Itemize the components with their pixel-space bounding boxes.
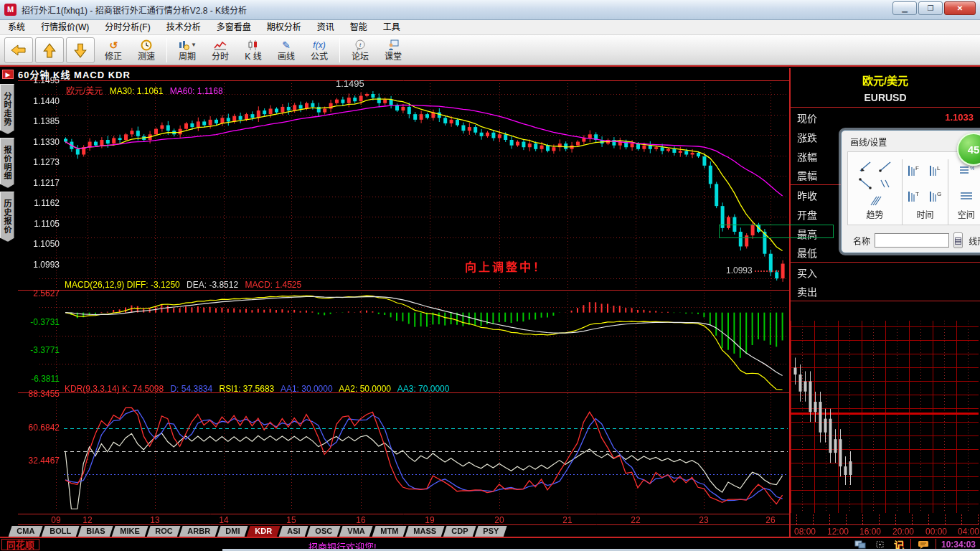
period-icon: ▼	[178, 39, 197, 52]
dialog-toolbox: 趋势 FLTG 时间 % 空间	[847, 151, 980, 225]
speed-test-button[interactable]: 测速	[131, 37, 162, 64]
svg-text:G: G	[937, 191, 941, 197]
drawn-rectangle-annotation[interactable]	[719, 225, 834, 238]
shape-name-input[interactable]	[875, 233, 949, 248]
sidebar-tab-quote-detail[interactable]: 报价明细	[0, 138, 14, 188]
indicator-tab[interactable]: ASI	[278, 526, 308, 537]
menu-options-analysis[interactable]: 期权分析	[259, 20, 309, 35]
indicator-tab[interactable]: MIKE	[112, 526, 149, 537]
connection-icon[interactable]	[854, 540, 866, 550]
horizontal-lines-icon[interactable]	[958, 190, 974, 203]
draw-line-button[interactable]: ✎ 画线	[270, 37, 302, 64]
back-button[interactable]	[4, 37, 33, 63]
indicator-tab[interactable]: BIAS	[77, 526, 113, 537]
time-tool-f-icon[interactable]: F	[906, 164, 922, 177]
pair-symbol: EURUSD	[791, 88, 980, 108]
indicator-tab[interactable]: PSY	[474, 526, 507, 537]
ray-icon[interactable]	[858, 177, 872, 190]
parallel-lines-icon[interactable]	[878, 177, 892, 190]
restore-button[interactable]: ❐	[918, 1, 943, 15]
up-button[interactable]	[35, 37, 64, 63]
menu-tools[interactable]: 工具	[375, 20, 408, 35]
svg-text:T: T	[915, 191, 919, 197]
legend-kdr-aa3: AA3: 70.0000	[397, 384, 450, 394]
ths-logo[interactable]: 同花顺	[1, 539, 39, 550]
indicator-tab[interactable]: MASS	[405, 526, 444, 537]
intraday-button[interactable]: 分时	[204, 37, 236, 64]
indicator-tab[interactable]: CMA	[8, 526, 42, 537]
indicator-tab[interactable]: OSC	[307, 526, 341, 537]
indicator-tab[interactable]: ARBR	[179, 526, 219, 537]
classroom-button[interactable]: 课堂	[377, 37, 409, 64]
legend-kdr-k: KDR(9,3,3,14) K: 74.5098	[65, 384, 164, 394]
message-bubble-icon[interactable]	[918, 540, 929, 550]
trend-note-annotation: 向上调整中！	[465, 258, 547, 275]
alert-icon[interactable]	[875, 540, 885, 550]
quote-label: 开盘	[797, 207, 817, 222]
refresh-icon: ↺	[109, 39, 118, 52]
trendline-icon[interactable]	[858, 160, 872, 173]
hour-axis-label: 00:00	[920, 527, 952, 537]
quote-label: 现价	[797, 110, 817, 125]
main-chart-canvas[interactable]	[18, 80, 789, 525]
time-tool-g-icon[interactable]: G	[928, 190, 943, 203]
menu-intraday-analysis[interactable]: 分时分析(F)	[97, 20, 158, 35]
percent-lines-icon[interactable]: %	[958, 164, 974, 177]
quote-row[interactable]: 现价1.1033	[791, 108, 980, 127]
time-group-label: 时间	[916, 208, 933, 225]
window-title: 招行外汇1(fxhq1) - 招商银行外汇通行情分析V2.8 - K线分析	[22, 4, 247, 16]
classroom-icon	[387, 39, 399, 52]
menu-smart[interactable]: 智能	[342, 20, 375, 35]
period-button[interactable]: ▼ 周期	[171, 37, 203, 64]
quote-row[interactable]: 卖出	[791, 282, 980, 301]
app-icon: M	[4, 4, 17, 16]
kline-button[interactable]: K 线	[237, 37, 269, 64]
quote-label: 震幅	[797, 168, 817, 182]
kdr-legend: KDR(9,3,3,14) K: 74.5098 D: 54.3834 RSI1…	[65, 384, 453, 394]
menu-system[interactable]: 系统	[0, 20, 33, 35]
trend-group-label: 趋势	[867, 208, 884, 225]
legend-macd-value: MACD: 1.4525	[245, 280, 301, 290]
indicator-tab[interactable]: DMI	[217, 526, 248, 537]
time-tool-l-icon[interactable]: L	[928, 164, 943, 177]
arrow-left-icon	[10, 43, 27, 57]
sidebar-tab-history-quotes[interactable]: 历史报价	[0, 192, 14, 242]
chart-header-arrow-icon: ▶	[2, 70, 14, 79]
formula-button[interactable]: f(x) 公式	[303, 37, 335, 64]
clipboard-button[interactable]: ▤	[953, 232, 963, 248]
peak-price-annotation: 1.1495	[336, 78, 364, 89]
quote-label: 涨跌	[797, 130, 817, 144]
quote-label: 买入	[797, 265, 817, 280]
quote-label: 卖出	[797, 284, 817, 298]
legend-kdr-d: D: 54.3834	[170, 384, 212, 394]
indicator-tab[interactable]: CDP	[443, 526, 476, 537]
quote-value: 1.1033	[945, 112, 974, 123]
forum-button[interactable]: t 论坛	[344, 37, 376, 64]
left-tab-column: 分时走势 报价明细 历史报价	[0, 84, 16, 245]
space-tools-group: % 空间	[948, 159, 980, 225]
indicator-tab[interactable]: VMA	[339, 526, 374, 537]
quote-row[interactable]: 买入	[791, 263, 980, 282]
indicator-tab[interactable]: BOLL	[41, 526, 79, 537]
indicator-tab[interactable]: ROC	[146, 526, 181, 537]
main-region: ▶ 60分钟 K线 MACD KDR 分时走势 报价明细 历史报价 1.1495…	[0, 65, 980, 537]
down-button[interactable]	[66, 37, 95, 63]
correct-button[interactable]: ↺ 修正	[98, 37, 129, 64]
indicator-tab[interactable]: MTM	[372, 526, 406, 537]
menu-multi-window[interactable]: 多窗看盘	[209, 20, 259, 35]
menu-news[interactable]: 资讯	[309, 20, 342, 35]
legend-macd-dea: DEA: -3.8512	[187, 280, 238, 290]
segment-icon[interactable]	[878, 160, 892, 173]
svg-text:F: F	[915, 165, 919, 171]
menu-quotes[interactable]: 行情报价(W)	[33, 20, 97, 35]
time-tool-t-icon[interactable]: T	[906, 190, 922, 203]
minimize-button[interactable]: ▁	[892, 1, 917, 15]
close-button[interactable]: ✕	[944, 1, 976, 15]
hour-axis-label: 20:00	[887, 527, 919, 537]
menu-technical-analysis[interactable]: 技术分析	[159, 20, 209, 35]
indicator-tab[interactable]: KDR	[247, 526, 281, 537]
sidebar-tab-intraday-trend[interactable]: 分时走势	[0, 84, 14, 134]
time-tools-group: FLTG 时间	[902, 159, 947, 225]
line-style-label: 线形	[969, 235, 980, 247]
fan-lines-icon[interactable]	[868, 194, 882, 207]
